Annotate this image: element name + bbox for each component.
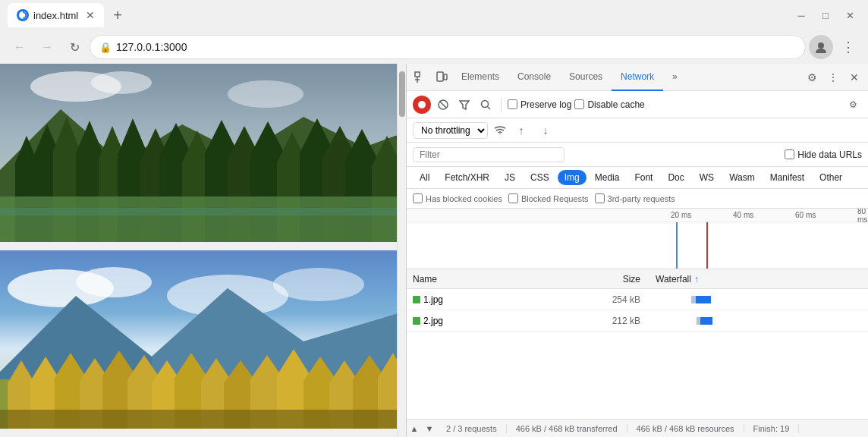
- forward-button[interactable]: →: [35, 35, 59, 59]
- dom-content-line: [676, 222, 678, 269]
- table-row[interactable]: 2.jpg 212 kB: [407, 310, 868, 332]
- svg-point-60: [482, 100, 489, 107]
- tab-more-icon[interactable]: »: [663, 64, 687, 91]
- tab-elements[interactable]: Elements: [452, 64, 508, 91]
- wifi-icon[interactable]: [494, 124, 506, 137]
- lock-icon: 🔒: [99, 42, 112, 53]
- table-body: 1.jpg 254 kB 2: [407, 289, 868, 419]
- webpage-content: [0, 64, 406, 437]
- devtools-close-icon[interactable]: ✕: [844, 67, 865, 88]
- td-size-2: 212 kB: [558, 316, 649, 326]
- search-network-button[interactable]: [476, 96, 495, 114]
- forest-scene: [0, 64, 406, 242]
- blocked-requests-label: Blocked Requests: [521, 194, 589, 203]
- hide-data-urls-checkbox[interactable]: Hide data URLs: [785, 149, 862, 160]
- tab-console[interactable]: Console: [508, 64, 560, 91]
- throttle-select[interactable]: No throttling: [413, 122, 488, 139]
- webpage-scrollbar[interactable]: [397, 64, 406, 437]
- load-line: [706, 222, 708, 269]
- svg-point-31: [273, 268, 364, 301]
- network-table: Name Size Waterfall ↑ 1.jpg 254 kB: [407, 269, 868, 419]
- type-btn-css[interactable]: CSS: [524, 170, 556, 185]
- waterfall-timeline: 20 ms 40 ms 60 ms 80 ms: [407, 209, 868, 269]
- third-party-checkbox[interactable]: 3rd-party requests: [595, 193, 675, 203]
- devtools-panel: Elements Console Sources Network » ⚙ ⋮ ✕: [406, 64, 868, 437]
- status-resources: 466 kB / 468 kB resources: [627, 424, 744, 433]
- th-name[interactable]: Name: [407, 274, 558, 285]
- filename-2: 2.jpg: [423, 316, 443, 326]
- svg-rect-51: [0, 410, 406, 429]
- table-header-row: Name Size Waterfall ↑: [407, 269, 868, 289]
- devtools-settings-icon[interactable]: ⚙: [801, 67, 822, 88]
- status-finish: Finish: 19: [744, 424, 800, 433]
- disable-cache-checkbox[interactable]: Disable cache: [574, 99, 644, 110]
- filter-button[interactable]: [455, 96, 473, 114]
- blocked-cookies-label: Has blocked cookies: [426, 194, 502, 203]
- type-btn-js[interactable]: JS: [498, 170, 522, 185]
- image-top: [0, 64, 406, 250]
- mountain-scene: [0, 250, 406, 429]
- filter-input[interactable]: [413, 147, 565, 162]
- reload-button[interactable]: ↻: [62, 35, 86, 59]
- svg-line-58: [440, 102, 446, 108]
- record-button[interactable]: [413, 96, 431, 114]
- type-btn-img[interactable]: Img: [558, 170, 587, 185]
- tab-network[interactable]: Network: [612, 64, 663, 91]
- wf-marker-20: 20 ms: [671, 211, 691, 219]
- svg-point-5: [228, 80, 303, 108]
- restore-button[interactable]: □: [815, 5, 836, 26]
- devtools-device-icon[interactable]: [431, 67, 452, 88]
- td-waterfall-2: [649, 310, 868, 331]
- blocked-requests-checkbox[interactable]: Blocked Requests: [508, 193, 589, 203]
- svg-marker-59: [460, 101, 469, 109]
- type-btn-font[interactable]: Font: [627, 170, 659, 185]
- status-bar: ▲ ▼ 2 / 3 requests 466 kB / 468 kB trans…: [407, 419, 868, 437]
- upload-icon[interactable]: ↑: [512, 121, 530, 140]
- devtools-inspect-icon[interactable]: [410, 67, 431, 88]
- svg-point-29: [76, 267, 152, 297]
- profile-button[interactable]: [809, 35, 833, 59]
- svg-line-61: [488, 106, 491, 109]
- extra-filter-bar: Has blocked cookies Blocked Requests 3rd…: [407, 189, 868, 209]
- browser-tab[interactable]: index.html ✕: [8, 3, 104, 27]
- devtools-options-icon[interactable]: ⋮: [822, 67, 844, 88]
- filename-1: 1.jpg: [423, 294, 443, 305]
- toolbar-separator-1: [501, 97, 502, 112]
- tab-sources[interactable]: Sources: [560, 64, 612, 91]
- scroll-down-btn[interactable]: ▼: [422, 421, 437, 436]
- scroll-up-btn[interactable]: ▲: [407, 421, 422, 436]
- throttle-bar: No throttling ↑ ↓: [407, 118, 868, 143]
- minimize-button[interactable]: ─: [791, 5, 812, 26]
- type-btn-manifest[interactable]: Manifest: [763, 170, 811, 185]
- nav-bar: ← → ↻ 🔒 ⋮: [0, 30, 868, 64]
- new-tab-button[interactable]: +: [107, 7, 128, 24]
- type-btn-wasm[interactable]: Wasm: [722, 170, 762, 185]
- td-size-1: 254 kB: [558, 294, 649, 305]
- svg-rect-56: [444, 74, 447, 80]
- table-row[interactable]: 1.jpg 254 kB: [407, 289, 868, 310]
- close-button[interactable]: ✕: [839, 5, 860, 26]
- th-size[interactable]: Size: [558, 274, 649, 285]
- network-toolbar: Preserve log Disable cache ⚙: [407, 91, 868, 118]
- clear-button[interactable]: [434, 96, 452, 114]
- wf-marker-60: 60 ms: [795, 211, 816, 219]
- svg-rect-25: [0, 208, 406, 215]
- td-name: 1.jpg: [407, 294, 558, 305]
- browser-menu-button[interactable]: ⋮: [836, 35, 860, 59]
- address-bar[interactable]: 🔒: [90, 35, 806, 59]
- address-input[interactable]: [116, 41, 796, 53]
- type-btn-all[interactable]: All: [413, 170, 436, 185]
- type-btn-doc[interactable]: Doc: [661, 170, 690, 185]
- download-icon[interactable]: ↓: [536, 121, 555, 140]
- blocked-cookies-checkbox[interactable]: Has blocked cookies: [413, 193, 502, 203]
- tab-close-icon[interactable]: ✕: [86, 9, 95, 21]
- network-settings-icon[interactable]: ⚙: [844, 96, 862, 114]
- type-btn-ws[interactable]: WS: [693, 170, 721, 185]
- browser-window: index.html ✕ + ─ □ ✕ ← → ↻ 🔒 ⋮: [0, 0, 868, 437]
- type-btn-fetchxhr[interactable]: Fetch/XHR: [438, 170, 496, 185]
- th-waterfall[interactable]: Waterfall ↑: [649, 274, 868, 285]
- type-btn-other[interactable]: Other: [813, 170, 849, 185]
- preserve-log-checkbox[interactable]: Preserve log: [508, 99, 571, 110]
- type-btn-media[interactable]: Media: [588, 170, 627, 185]
- back-button[interactable]: ←: [8, 35, 32, 59]
